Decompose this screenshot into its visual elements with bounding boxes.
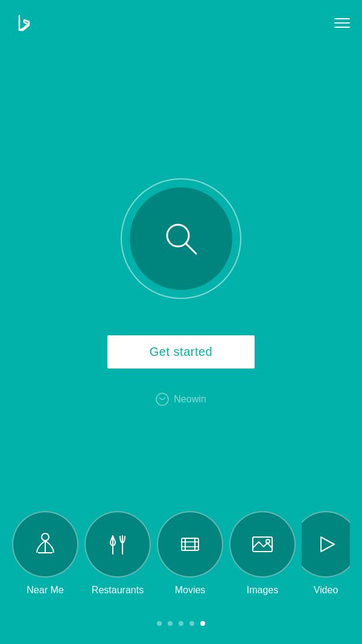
images-circle bbox=[229, 511, 296, 578]
search-circle bbox=[121, 178, 241, 299]
category-restaurants[interactable]: Restaurants bbox=[84, 511, 151, 596]
svg-rect-8 bbox=[182, 538, 198, 550]
video-label: Video bbox=[314, 585, 338, 596]
pagination-dots bbox=[0, 621, 362, 626]
dot-4[interactable] bbox=[200, 621, 205, 626]
search-circle-outer bbox=[121, 178, 241, 299]
dot-0[interactable] bbox=[157, 621, 162, 626]
movies-label: Movies bbox=[175, 585, 206, 596]
dot-1[interactable] bbox=[168, 621, 173, 626]
svg-line-1 bbox=[186, 243, 196, 254]
restaurants-label: Restaurants bbox=[92, 585, 144, 596]
categories-section: Near Me Restaurants bbox=[0, 511, 362, 596]
images-label: Images bbox=[247, 585, 278, 596]
search-circle-inner bbox=[130, 187, 232, 290]
bing-logo bbox=[12, 11, 36, 35]
restaurants-circle bbox=[84, 511, 151, 578]
get-started-button[interactable]: Get started bbox=[107, 335, 255, 369]
category-movies[interactable]: Movies bbox=[157, 511, 223, 596]
category-images[interactable]: Images bbox=[229, 511, 296, 596]
fork-knife-icon bbox=[104, 531, 131, 558]
category-near-me[interactable]: Near Me bbox=[12, 511, 78, 596]
search-icon bbox=[160, 217, 202, 260]
svg-rect-3 bbox=[42, 533, 49, 541]
categories-row: Near Me Restaurants bbox=[0, 511, 362, 596]
neowin-branding: Neowin bbox=[156, 393, 206, 406]
neowin-label: Neowin bbox=[174, 394, 206, 405]
header bbox=[0, 0, 362, 46]
location-icon bbox=[32, 531, 59, 558]
play-icon bbox=[313, 531, 339, 558]
dot-3[interactable] bbox=[189, 621, 194, 626]
near-me-label: Near Me bbox=[27, 585, 63, 596]
neowin-logo-icon bbox=[156, 393, 169, 406]
movies-circle bbox=[157, 511, 223, 578]
svg-point-14 bbox=[266, 539, 270, 543]
near-me-circle bbox=[12, 511, 78, 578]
image-icon bbox=[249, 531, 276, 558]
video-circle bbox=[302, 511, 350, 578]
film-icon bbox=[177, 531, 203, 558]
svg-marker-15 bbox=[321, 537, 334, 552]
dot-2[interactable] bbox=[179, 621, 183, 626]
hamburger-menu-button[interactable] bbox=[334, 18, 350, 28]
category-video[interactable]: Video bbox=[302, 511, 350, 596]
